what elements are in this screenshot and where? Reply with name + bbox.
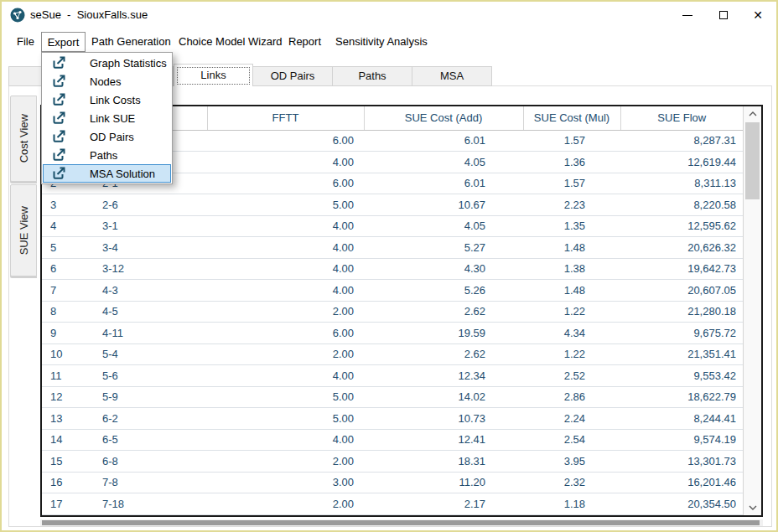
cell[interactable]: 7-18 [92, 493, 207, 515]
cell[interactable]: 4-3 [92, 280, 207, 302]
cell[interactable]: 6 [42, 258, 92, 280]
cell[interactable]: 10 [42, 343, 92, 365]
column-header[interactable]: FFTT [207, 106, 364, 130]
table-row[interactable]: 125-95.0014.022.8618,622.79 [42, 386, 743, 408]
cell[interactable]: 1.22 [523, 343, 620, 365]
cell[interactable]: 20,607.05 [620, 280, 743, 302]
menu-sensitivity-analysis[interactable]: Sensitivity Analysis [335, 32, 428, 52]
cell[interactable]: 5-9 [92, 386, 207, 408]
export-menu-item-paths[interactable]: Paths [43, 146, 171, 164]
column-header[interactable]: SUE Cost (Add) [364, 106, 523, 130]
cell[interactable]: 5.00 [207, 386, 364, 408]
cell[interactable]: 4.00 [207, 365, 364, 387]
column-header[interactable]: SUE Flow [620, 106, 743, 130]
cell[interactable]: 8,244.41 [620, 408, 743, 430]
cell[interactable]: 2.52 [523, 365, 620, 387]
table-row[interactable]: 74-34.005.261.4820,607.05 [42, 280, 743, 302]
table-row[interactable]: 53-44.005.271.4820,626.32 [42, 237, 743, 259]
cell[interactable]: 12.41 [364, 429, 523, 451]
tab-paths[interactable]: Paths [332, 66, 412, 86]
cell[interactable]: 6.01 [364, 173, 523, 194]
cell[interactable]: 3-12 [92, 258, 207, 280]
cell[interactable]: 1.48 [523, 237, 620, 259]
cell[interactable]: 3.00 [207, 472, 364, 493]
cell[interactable]: 9,574.19 [620, 429, 743, 451]
cell[interactable]: 8,311.13 [620, 173, 743, 194]
cell[interactable]: 7-8 [92, 472, 207, 493]
cell[interactable]: 5 [42, 237, 92, 259]
cell[interactable]: 10.73 [364, 408, 523, 430]
cell[interactable]: 4.30 [364, 258, 523, 280]
cell[interactable]: 11.20 [364, 472, 523, 493]
cell[interactable]: 5.00 [207, 194, 364, 216]
cell[interactable]: 9 [42, 323, 92, 344]
cell[interactable]: 2.00 [207, 451, 364, 473]
cell[interactable]: 5.00 [207, 408, 364, 430]
cell[interactable]: 6-5 [92, 429, 207, 451]
cell[interactable]: 6-8 [92, 451, 207, 473]
cell[interactable]: 2.00 [207, 343, 364, 365]
export-menu-item-graph-statistics[interactable]: Graph Statistics [43, 54, 171, 72]
cell[interactable]: 2.23 [523, 194, 620, 216]
cell[interactable]: 9,675.72 [620, 323, 743, 344]
cell[interactable]: 12.34 [364, 365, 523, 387]
tab-links[interactable]: Links [174, 64, 253, 86]
cell[interactable]: 13,301.73 [620, 451, 743, 473]
cell[interactable]: 12,619.44 [620, 152, 743, 173]
cell[interactable]: 10.67 [364, 194, 523, 216]
menu-path-generation[interactable]: Path Generation [91, 32, 171, 52]
cell[interactable]: 4.00 [207, 215, 364, 237]
cell[interactable]: 17 [42, 493, 92, 515]
cell[interactable]: 9,553.42 [620, 365, 743, 387]
menu-report[interactable]: Report [288, 32, 321, 52]
cell[interactable]: 4 [42, 215, 92, 237]
cell[interactable]: 5.26 [364, 280, 523, 302]
table-row[interactable]: 136-25.0010.732.248,244.41 [42, 408, 743, 430]
menu-export[interactable]: Export [41, 32, 86, 52]
cell[interactable]: 20,626.32 [620, 237, 743, 259]
cell[interactable]: 4-11 [92, 323, 207, 344]
cell[interactable]: 5-6 [92, 365, 207, 387]
cell[interactable]: 8,287.31 [620, 130, 743, 152]
cell[interactable]: 18.31 [364, 451, 523, 473]
cell[interactable]: 8 [42, 301, 92, 323]
tab-msa[interactable]: MSA [412, 66, 492, 86]
cell[interactable]: 6.01 [364, 130, 523, 152]
cell[interactable]: 2.17 [364, 493, 523, 515]
cell[interactable]: 4.05 [364, 215, 523, 237]
table-row[interactable]: 63-124.004.301.3819,642.73 [42, 258, 743, 280]
export-menu-item-od-pairs[interactable]: OD Pairs [43, 127, 171, 146]
cell[interactable]: 6.00 [207, 130, 364, 152]
cell[interactable]: 19.59 [364, 323, 523, 344]
cell[interactable]: 16,201.46 [620, 472, 743, 493]
cell[interactable]: 4.34 [523, 323, 620, 344]
export-menu-item-link-costs[interactable]: Link Costs [43, 90, 171, 109]
cell[interactable]: 4.00 [207, 429, 364, 451]
cell[interactable]: 19,642.73 [620, 258, 743, 280]
cell[interactable]: 8,220.58 [620, 194, 743, 216]
table-row[interactable]: 156-82.0018.313.9513,301.73 [42, 451, 743, 473]
table-row[interactable]: 32-65.0010.672.238,220.58 [42, 194, 743, 216]
menu-choice-model-wizard[interactable]: Choice Model Wizard [179, 32, 283, 52]
cell[interactable]: 2.54 [523, 429, 620, 451]
cell[interactable]: 15 [42, 451, 92, 473]
table-row[interactable]: 43-14.004.051.3512,595.62 [42, 215, 743, 237]
table-row[interactable]: 177-182.002.171.1820,354.50 [42, 493, 743, 515]
cell[interactable]: 2.62 [364, 301, 523, 323]
cell[interactable]: 4-5 [92, 301, 207, 323]
cell[interactable]: 5-4 [92, 343, 207, 365]
menu-file[interactable]: File [17, 32, 34, 52]
cell[interactable]: 4.00 [207, 237, 364, 259]
cell[interactable]: 3-1 [92, 215, 207, 237]
export-menu-item-msa-solution[interactable]: MSA Solution [43, 164, 171, 183]
cell[interactable]: 13 [42, 408, 92, 430]
cell[interactable]: 14.02 [364, 386, 523, 408]
table-row[interactable]: 84-52.002.621.2221,280.18 [42, 301, 743, 323]
scroll-up-arrow-icon[interactable] [744, 106, 761, 121]
cell[interactable]: 12,595.62 [620, 215, 743, 237]
cell[interactable]: 1.57 [523, 130, 620, 152]
cell[interactable]: 2.24 [523, 408, 620, 430]
cell[interactable]: 2.62 [364, 343, 523, 365]
cell[interactable]: 4.00 [207, 152, 364, 173]
cell[interactable]: 16 [42, 472, 92, 493]
